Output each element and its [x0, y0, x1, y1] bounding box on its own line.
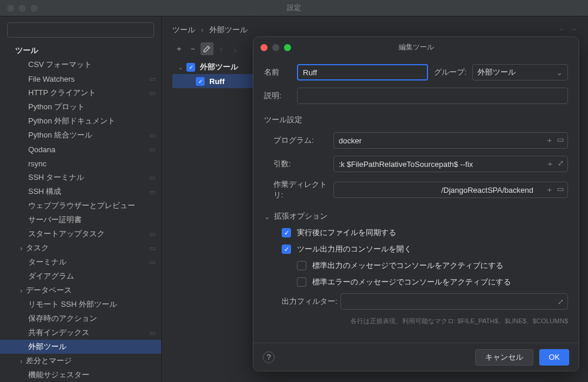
name-label: 名前 — [264, 67, 291, 78]
checkbox-unchecked-icon[interactable] — [297, 277, 306, 287]
insert-macro-icon[interactable]: ＋ — [546, 185, 553, 195]
scope-icon: ▭ — [149, 230, 155, 238]
tree-item[interactable]: rsync — [0, 156, 161, 170]
window-titlebar: 設定 — [0, 0, 588, 16]
checkbox-checked-icon[interactable]: ✓ — [282, 244, 291, 254]
option-stdout-activate[interactable]: 標準出力のメッセージでコンソールをアクティブにする — [264, 260, 568, 271]
tool-settings-section: ツール設定 — [264, 115, 568, 125]
window-traffic-lights — [0, 0, 45, 16]
arguments-input[interactable]: :k $FilePathRelativeToSourcepath$ --fix … — [333, 156, 568, 172]
dialog-footer: ? キャンセル OK — [253, 343, 579, 371]
cancel-button[interactable]: キャンセル — [475, 349, 533, 366]
breadcrumb: ツール › 外部ツール — [172, 25, 577, 35]
chevron-down-icon: ⌄ — [178, 64, 183, 71]
name-input[interactable] — [297, 64, 428, 81]
tree-item[interactable]: ウェブブラウザーとプレビュー — [0, 199, 161, 213]
description-label: 説明: — [264, 91, 291, 101]
scope-icon: ▭ — [149, 146, 155, 153]
tree-item[interactable]: 機能サジェスター — [0, 368, 161, 382]
chevron-down-icon: ⌄ — [556, 68, 563, 77]
scope-icon: ▭ — [149, 329, 155, 337]
scope-icon: ▭ — [149, 259, 155, 266]
description-input[interactable] — [297, 88, 568, 104]
dialog-title: 編集ツール — [399, 42, 434, 52]
option-open-console[interactable]: ✓ ツール出力用のコンソールを開く — [264, 244, 568, 254]
workdir-input[interactable]: /DjangoReactSPA/backend ＋ ▭ — [333, 182, 568, 198]
settings-tree[interactable]: ツール CSV フォーマット File Watchers▭ HTTP クライアン… — [0, 43, 161, 382]
checkbox-checked-icon[interactable]: ✓ — [186, 63, 195, 72]
tree-item[interactable]: Python 統合ツール▭ — [0, 128, 161, 142]
chevron-down-icon: ⌄ — [264, 212, 270, 221]
nav-arrows: ← → — [558, 25, 577, 33]
tree-item[interactable]: リモート SSH 外部ツール — [0, 297, 161, 311]
tree-item[interactable]: 共有インデックス▭ — [0, 326, 161, 340]
move-up-button[interactable]: ↑ — [215, 42, 228, 55]
program-input[interactable]: docker ＋ ▭ — [333, 132, 568, 149]
tree-item[interactable]: HTTP クライアント▭ — [0, 86, 161, 100]
tree-item[interactable]: Python 外部ドキュメント — [0, 114, 161, 128]
edit-tool-dialog: 編集ツール 名前 グループ: 外部ツール ⌄ 説明: ツール設定 プログラム: … — [253, 36, 579, 371]
program-label: プログラム: — [264, 135, 333, 146]
tree-item[interactable]: SSH 構成▭ — [0, 185, 161, 199]
checkbox-unchecked-icon[interactable] — [297, 261, 306, 270]
output-filter-hint: 各行は正規表現、利用可能なマクロ: $FILE_PATH$、$LINE$、$CO… — [264, 317, 568, 326]
tree-group-tools[interactable]: ツール — [0, 43, 161, 58]
move-down-button[interactable]: ↓ — [229, 42, 242, 55]
scope-icon: ▭ — [149, 244, 155, 252]
help-button[interactable]: ? — [263, 351, 275, 363]
close-window-icon[interactable] — [7, 5, 14, 12]
tree-item[interactable]: ›データベース — [0, 283, 161, 297]
scope-icon: ▭ — [149, 89, 155, 97]
chevron-right-icon: › — [201, 25, 203, 34]
arguments-label: 引数: — [264, 159, 333, 169]
remove-button[interactable]: − — [186, 42, 199, 55]
scope-icon: ▭ — [149, 132, 155, 139]
dialog-titlebar: 編集ツール — [253, 37, 579, 57]
checkbox-checked-icon[interactable]: ✓ — [282, 228, 291, 237]
ok-button[interactable]: OK — [539, 349, 569, 366]
scope-icon: ▭ — [149, 188, 155, 196]
tree-item[interactable]: サーバー証明書 — [0, 213, 161, 227]
output-filter-input[interactable]: ⤢ — [340, 293, 568, 310]
expand-icon[interactable]: ⤢ — [557, 159, 564, 169]
scope-icon: ▭ — [149, 174, 155, 182]
tree-item[interactable]: CSV フォーマット — [0, 58, 161, 72]
zoom-window-icon[interactable] — [31, 5, 38, 12]
browse-icon[interactable]: ▭ — [557, 185, 564, 195]
tree-item[interactable]: ダイアグラム — [0, 269, 161, 283]
tree-item[interactable]: Qodana▭ — [0, 142, 161, 156]
search-input[interactable] — [7, 22, 154, 38]
tree-item[interactable]: ターミナル▭ — [0, 255, 161, 269]
group-select[interactable]: 外部ツール ⌄ — [472, 64, 568, 81]
insert-macro-icon[interactable]: ＋ — [546, 135, 553, 146]
tree-item[interactable]: ›タスク▭ — [0, 241, 161, 255]
settings-sidebar: ツール CSV フォーマット File Watchers▭ HTTP クライアン… — [0, 16, 162, 382]
checkbox-checked-icon[interactable]: ✓ — [196, 77, 205, 86]
tree-item[interactable]: スタートアップタスク▭ — [0, 227, 161, 241]
window-title: 設定 — [287, 3, 301, 13]
minimize-dialog-icon[interactable] — [272, 44, 279, 51]
zoom-dialog-icon[interactable] — [284, 44, 291, 51]
insert-macro-icon[interactable]: ＋ — [546, 159, 554, 169]
tree-item[interactable]: ›差分とマージ — [0, 354, 161, 368]
tree-item[interactable]: Python プロット — [0, 100, 161, 114]
scope-icon: ▭ — [149, 75, 155, 83]
tree-item[interactable]: File Watchers▭ — [0, 72, 161, 86]
tree-item-external-tools[interactable]: 外部ツール — [0, 340, 161, 354]
edit-button[interactable] — [201, 42, 213, 55]
option-sync[interactable]: ✓ 実行後にファイルを同期する — [264, 227, 568, 238]
browse-icon[interactable]: ▭ — [557, 135, 564, 146]
advanced-options-section[interactable]: ⌄ 拡張オプション — [264, 211, 568, 222]
output-filter-label: 出力フィルター: — [264, 296, 340, 307]
option-stderr-activate[interactable]: 標準エラーのメッセージでコンソールをアクティブにする — [264, 277, 568, 287]
close-dialog-icon[interactable] — [260, 44, 268, 51]
add-button[interactable]: ＋ — [172, 42, 185, 55]
expand-icon[interactable]: ⤢ — [557, 297, 564, 306]
group-label: グループ: — [434, 67, 467, 78]
tree-item[interactable]: 保存時のアクション — [0, 311, 161, 326]
minimize-window-icon[interactable] — [19, 5, 26, 12]
tree-item[interactable]: SSH ターミナル▭ — [0, 170, 161, 185]
workdir-label: 作業ディレクトリ: — [264, 179, 333, 200]
